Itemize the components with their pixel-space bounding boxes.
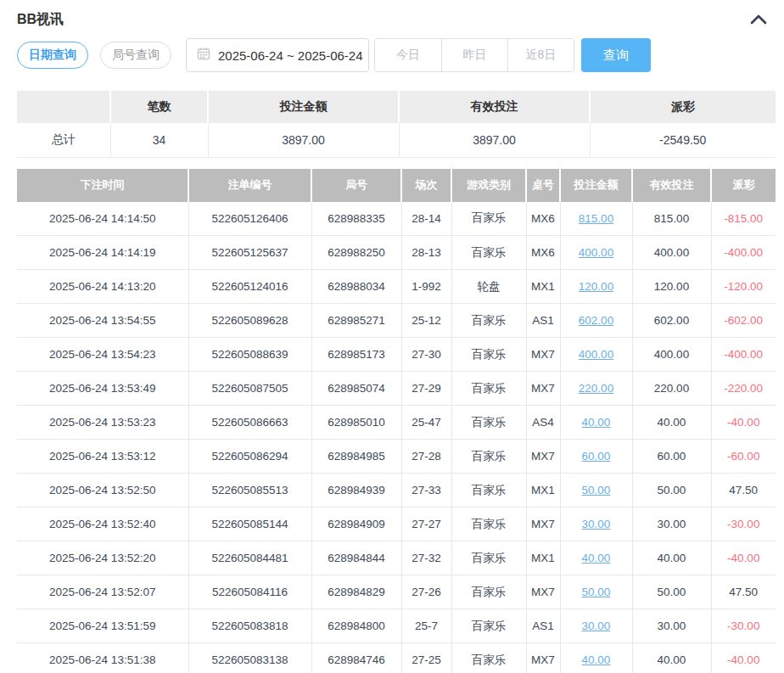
bet-amount-link[interactable]: 40.00 xyxy=(582,653,611,666)
cell-bet-time: 2025-06-24 13:51:38 xyxy=(17,643,188,673)
table-row: 2025-06-24 13:51:59 522605083818 6289848… xyxy=(17,609,776,643)
summary-corner-cell xyxy=(17,91,110,123)
bet-amount-link[interactable]: 50.00 xyxy=(582,484,611,496)
cell-game-type: 百家乐 xyxy=(451,609,526,643)
cell-order-no: 522605083138 xyxy=(188,643,311,673)
cell-round-no: 628985271 xyxy=(311,304,401,338)
cell-round-no: 628988335 xyxy=(311,202,401,236)
bet-amount-link[interactable]: 120.00 xyxy=(579,280,613,293)
bet-table-header-row: 下注时间 注单编号 局号 场次 游戏类别 桌号 投注金额 有效投注 派彩 xyxy=(17,169,776,202)
cell-round-no: 628984909 xyxy=(311,508,401,541)
cell-payout: -60.00 xyxy=(711,440,776,474)
cell-valid-bet: 40.00 xyxy=(632,406,711,440)
cell-session: 28-14 xyxy=(401,202,451,236)
cell-table-no: MX7 xyxy=(526,440,560,474)
cell-order-no: 522605088639 xyxy=(188,338,311,372)
cell-bet-amount: 400.00 xyxy=(560,236,632,270)
cell-bet-amount: 120.00 xyxy=(560,270,632,304)
cell-bet-time: 2025-06-24 13:52:20 xyxy=(17,541,188,575)
cell-order-no: 522605084116 xyxy=(188,575,311,609)
cell-bet-amount: 602.00 xyxy=(560,304,632,338)
cell-game-type: 百家乐 xyxy=(451,541,526,575)
cell-valid-bet: 815.00 xyxy=(632,202,711,236)
bet-amount-link[interactable]: 60.00 xyxy=(582,450,611,463)
tab-round-query[interactable]: 局号查询 xyxy=(100,42,171,69)
cell-order-no: 522605085144 xyxy=(188,508,311,541)
bet-amount-link[interactable]: 50.00 xyxy=(582,586,611,598)
cell-bet-amount: 40.00 xyxy=(560,643,632,673)
bet-amount-link[interactable]: 602.00 xyxy=(579,314,613,327)
table-row: 2025-06-24 13:51:38 522605083138 6289847… xyxy=(17,643,776,673)
cell-bet-time: 2025-06-24 13:53:12 xyxy=(17,440,188,474)
header-bet-amount: 投注金额 xyxy=(560,169,632,202)
cell-payout: -400.00 xyxy=(711,236,776,270)
bet-amount-link[interactable]: 30.00 xyxy=(582,518,611,530)
bet-amount-link[interactable]: 400.00 xyxy=(579,348,613,361)
cell-session: 25-47 xyxy=(401,406,451,440)
panel-header: BB视讯 xyxy=(17,0,767,31)
cell-session: 27-29 xyxy=(401,372,451,406)
collapse-button[interactable] xyxy=(750,13,767,28)
cell-order-no: 522605125637 xyxy=(188,236,311,270)
cell-payout: -815.00 xyxy=(711,202,776,236)
cell-valid-bet: 40.00 xyxy=(632,643,711,673)
bet-amount-link[interactable]: 40.00 xyxy=(582,416,611,429)
summary-total-valid-bet: 3897.00 xyxy=(399,123,590,157)
table-row: 2025-06-24 13:52:20 522605084481 6289848… xyxy=(17,541,776,575)
cell-table-no: MX7 xyxy=(526,508,560,541)
header-payout: 派彩 xyxy=(711,169,776,202)
table-row: 2025-06-24 13:54:23 522605088639 6289851… xyxy=(17,338,776,372)
summary-total-payout: -2549.50 xyxy=(590,123,776,157)
bet-amount-link[interactable]: 30.00 xyxy=(582,620,611,632)
header-round-no: 局号 xyxy=(311,169,401,202)
cell-game-type: 百家乐 xyxy=(451,338,526,372)
bet-records-table: 下注时间 注单编号 局号 场次 游戏类别 桌号 投注金额 有效投注 派彩 202… xyxy=(17,169,776,673)
cell-game-type: 百家乐 xyxy=(451,643,526,673)
table-row: 2025-06-24 13:53:49 522605087505 6289850… xyxy=(17,372,776,406)
cell-table-no: AS4 xyxy=(526,406,560,440)
filter-bar: 日期查询 局号查询 2025-06-24 ~ 2025-06-24 今日 昨日 … xyxy=(17,38,767,72)
cell-valid-bet: 602.00 xyxy=(632,304,711,338)
cell-session: 27-33 xyxy=(401,474,451,508)
shortcut-yesterday-button[interactable]: 昨日 xyxy=(441,39,507,71)
cell-payout: -400.00 xyxy=(711,338,776,372)
cell-table-no: AS1 xyxy=(526,304,560,338)
cell-payout: -120.00 xyxy=(711,270,776,304)
bet-amount-link[interactable]: 220.00 xyxy=(579,382,613,395)
cell-payout: -40.00 xyxy=(711,541,776,575)
bet-amount-link[interactable]: 40.00 xyxy=(582,552,611,564)
cell-valid-bet: 30.00 xyxy=(632,609,711,643)
cell-game-type: 百家乐 xyxy=(451,474,526,508)
shortcut-today-button[interactable]: 今日 xyxy=(375,39,441,71)
cell-game-type: 百家乐 xyxy=(451,372,526,406)
cell-order-no: 522605084481 xyxy=(188,541,311,575)
cell-order-no: 522605089628 xyxy=(188,304,311,338)
cell-table-no: MX7 xyxy=(526,575,560,609)
cell-game-type: 轮盘 xyxy=(451,270,526,304)
cell-order-no: 522605087505 xyxy=(188,372,311,406)
cell-valid-bet: 400.00 xyxy=(632,338,711,372)
bet-amount-link[interactable]: 815.00 xyxy=(579,212,613,225)
cell-table-no: MX7 xyxy=(526,643,560,673)
table-row: 2025-06-24 13:53:23 522605086663 6289850… xyxy=(17,406,776,440)
cell-bet-amount: 60.00 xyxy=(560,440,632,474)
cell-round-no: 628985173 xyxy=(311,338,401,372)
cell-session: 27-32 xyxy=(401,541,451,575)
cell-bet-time: 2025-06-24 14:14:50 xyxy=(17,202,188,236)
summary-header-valid-bet: 有效投注 xyxy=(399,91,590,123)
cell-order-no: 522605126406 xyxy=(188,202,311,236)
cell-bet-time: 2025-06-24 13:54:55 xyxy=(17,304,188,338)
table-row: 2025-06-24 13:54:55 522605089628 6289852… xyxy=(17,304,776,338)
table-row: 2025-06-24 13:52:07 522605084116 6289848… xyxy=(17,575,776,609)
tab-date-query[interactable]: 日期查询 xyxy=(17,42,88,69)
cell-round-no: 628984939 xyxy=(311,474,401,508)
cell-payout: -220.00 xyxy=(711,372,776,406)
bet-amount-link[interactable]: 400.00 xyxy=(579,246,613,259)
cell-order-no: 522605083818 xyxy=(188,609,311,643)
cell-payout: 47.50 xyxy=(711,474,776,508)
shortcut-last8days-button[interactable]: 近8日 xyxy=(507,39,574,71)
query-button[interactable]: 查询 xyxy=(581,38,651,72)
cell-bet-time: 2025-06-24 13:53:49 xyxy=(17,372,188,406)
date-range-input[interactable]: 2025-06-24 ~ 2025-06-24 xyxy=(186,38,369,72)
summary-total-row: 总计 34 3897.00 3897.00 -2549.50 xyxy=(17,123,776,157)
